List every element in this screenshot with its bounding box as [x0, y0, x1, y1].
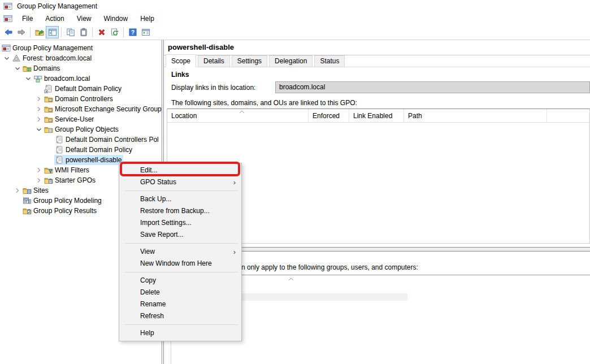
tree-item-label: Starter GPOs — [55, 176, 96, 184]
column-header-enforced[interactable]: Enforced — [309, 109, 349, 122]
tree-item-domain-controllers[interactable]: Domain Controllers — [0, 94, 162, 104]
context-menu-item-label: Rename — [140, 300, 166, 308]
column-header-location[interactable]: Location — [167, 109, 309, 122]
expander-placeholder — [13, 206, 22, 215]
tree-item-broadcom-local[interactable]: broadcom.local — [0, 73, 162, 84]
toolbar-button-show-action-pane[interactable] — [139, 26, 152, 38]
tree-item-content[interactable]: Group Policy Management — [1, 43, 94, 53]
tab-status[interactable]: Status — [314, 55, 345, 67]
toolbar-button-show-console-tree[interactable] — [46, 26, 59, 38]
column-header-path[interactable]: Path — [404, 109, 547, 122]
toolbar-button-back-arrow[interactable] — [2, 26, 15, 38]
toolbar-separator — [30, 27, 31, 37]
context-menu-item-refresh[interactable]: Refresh — [119, 310, 241, 322]
context-menu-item-label: Restore from Backup... — [140, 207, 210, 215]
gpo-folder-icon — [44, 125, 53, 134]
context-menu-item-delete[interactable]: Delete — [119, 287, 241, 298]
context-menu-item-back-up[interactable]: Back Up... — [119, 193, 241, 205]
tree-item-content[interactable]: Sites — [22, 185, 50, 196]
tree-item-forest-broadcom-local[interactable]: Forest: broadcom.local — [0, 53, 162, 63]
context-menu-item-gpo-status[interactable]: GPO Status› — [119, 176, 241, 188]
menubar-item-help[interactable]: Help — [134, 13, 160, 24]
toolbar-button-folder-up[interactable] — [33, 26, 46, 38]
tree-item-content[interactable]: Group Policy Results — [22, 206, 98, 216]
context-menu-item-new-window-from-here[interactable]: New Window from Here — [119, 258, 241, 270]
tree-item-content[interactable]: Default Domain Controllers Pol — [54, 135, 160, 145]
context-menu-separator — [119, 241, 241, 246]
tree-item-domains[interactable]: Domains — [0, 63, 162, 73]
tree-item-service-user[interactable]: Service-User — [0, 114, 162, 124]
domains-icon — [23, 64, 32, 73]
tree-item-content[interactable]: broadcom.local — [33, 73, 92, 84]
tree-item-content[interactable]: WMI Filters — [44, 165, 91, 175]
chevron-right-icon[interactable] — [34, 166, 44, 175]
toolbar-button-paste[interactable] — [77, 26, 90, 38]
tab-scope[interactable]: Scope — [166, 54, 196, 67]
tab-settings[interactable]: Settings — [232, 55, 267, 67]
tree-item-content[interactable]: Service-User — [44, 114, 96, 124]
chevron-right-icon[interactable] — [13, 186, 22, 195]
toolbar-button-help[interactable]: ? — [126, 26, 139, 38]
chevron-right-icon[interactable] — [34, 94, 44, 103]
chevron-right-icon[interactable] — [34, 176, 44, 185]
context-menu-item-label: Delete — [140, 288, 160, 296]
menubar-item-view[interactable]: View — [71, 13, 98, 24]
toolbar-button-delete[interactable] — [95, 26, 108, 38]
tree-item-content[interactable]: Starter GPOs — [44, 175, 97, 185]
tree-item-group-policy-management[interactable]: Group Policy Management — [0, 43, 162, 53]
window-title: Group Policy Management — [17, 2, 97, 10]
tree-item-content[interactable]: Group Policy Objects — [44, 124, 120, 135]
tree-item-content[interactable]: Microsoft Exchange Security Group — [44, 104, 162, 114]
context-menu-item-save-report[interactable]: Save Report... — [119, 229, 241, 241]
tree-item-content[interactable]: Group Policy Modeling — [22, 196, 103, 206]
tree-item-label: broadcom.local — [44, 75, 90, 83]
toolbar-button-forward-arrow[interactable] — [15, 26, 28, 38]
tree-item-default-domain-policy[interactable]: Default Domain Policy — [0, 84, 162, 94]
sites-icon — [23, 186, 32, 195]
tree-item-content[interactable]: Forest: broadcom.local — [11, 53, 93, 63]
context-menu-item-label: Import Settings... — [140, 219, 192, 227]
context-menu-item-edit[interactable]: Edit... — [119, 164, 241, 176]
chevron-down-icon[interactable] — [34, 125, 44, 134]
toolbar-button-refresh[interactable] — [108, 26, 121, 38]
tree-item-group-policy-objects[interactable]: Group Policy Objects — [0, 124, 162, 135]
chevron-down-icon[interactable] — [13, 64, 22, 73]
tree-item-microsoft-exchange-security-group[interactable]: Microsoft Exchange Security Group — [0, 104, 162, 114]
context-menu-item-restore-from-backup[interactable]: Restore from Backup... — [119, 205, 241, 217]
menubar-item-action[interactable]: Action — [39, 13, 70, 24]
chevron-down-icon[interactable] — [2, 54, 11, 63]
selected-tree-item[interactable]: powershell-disable — [54, 155, 123, 165]
links-listview-header: LocationEnforcedLink EnabledPath — [167, 109, 589, 123]
tree-item-default-domain-controllers-pol[interactable]: Default Domain Controllers Pol — [0, 135, 162, 145]
chevron-right-icon[interactable] — [34, 105, 44, 114]
chevron-down-icon[interactable] — [24, 74, 33, 83]
context-menu-item-view[interactable]: View› — [119, 246, 241, 258]
expander-placeholder — [13, 196, 22, 205]
menubar-item-file[interactable]: File — [16, 13, 39, 24]
context-menu-item-import-settings[interactable]: Import Settings... — [119, 217, 241, 229]
context-menu-item-help[interactable]: Help — [119, 327, 241, 339]
toolbar-separator — [92, 27, 93, 37]
tree-item-default-domain-policy[interactable]: Default Domain Policy — [0, 145, 162, 155]
menubar-item-window[interactable]: Window — [98, 13, 135, 24]
forest-icon — [12, 54, 21, 63]
location-combobox[interactable]: broadcom.local — [275, 81, 590, 93]
sort-ascending-icon — [239, 110, 245, 114]
context-menu-item-copy[interactable]: Copy — [119, 275, 241, 287]
toolbar-button-copy[interactable] — [64, 26, 77, 38]
tree-item-content[interactable]: Domains — [22, 63, 62, 73]
context-menu-item-rename[interactable]: Rename — [119, 298, 241, 310]
tree-item-content[interactable]: Default Domain Policy — [54, 145, 134, 155]
context-menu-item-label: View — [140, 248, 155, 255]
expander-placeholder — [34, 84, 44, 93]
tree-item-label: Group Policy Management — [12, 44, 93, 52]
gpo-title: powershell-disable — [164, 40, 590, 55]
links-section-title: Links — [171, 71, 189, 79]
chevron-right-icon[interactable] — [34, 115, 44, 124]
tab-delegation[interactable]: Delegation — [269, 55, 313, 67]
tab-details[interactable]: Details — [198, 55, 230, 67]
tree-item-content[interactable]: Default Domain Policy — [44, 84, 123, 94]
tree-item-content[interactable]: Domain Controllers — [44, 94, 115, 104]
gpmc-window: Group Policy Management FileActionViewWi… — [0, 0, 590, 364]
column-header-link-enabled[interactable]: Link Enabled — [349, 109, 404, 122]
